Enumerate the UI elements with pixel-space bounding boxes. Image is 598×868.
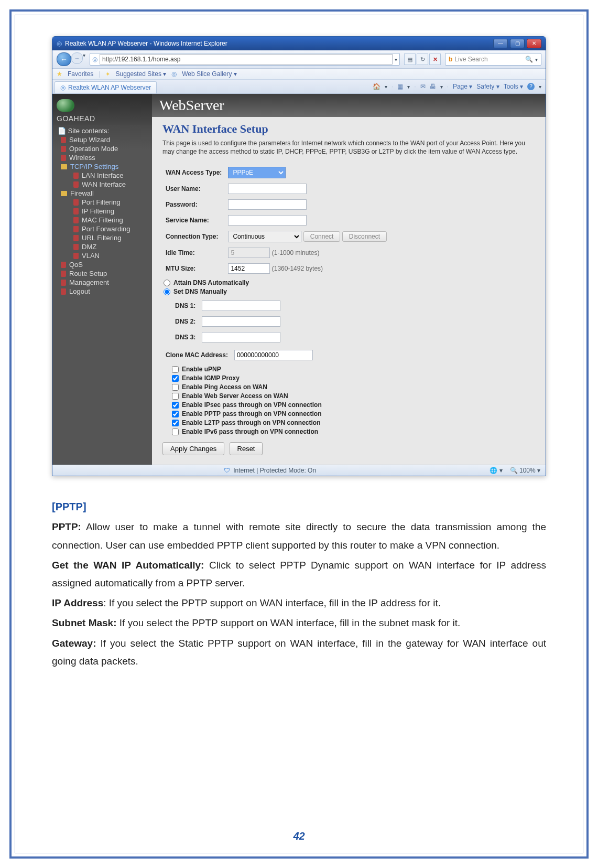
maximize-button[interactable]: ▢: [510, 39, 525, 48]
sidebar-item-logout[interactable]: Logout: [56, 287, 152, 296]
checkbox-igmp[interactable]: [172, 375, 179, 382]
stop-button[interactable]: ✕: [429, 53, 441, 65]
window-title: Realtek WLAN AP Webserver - Windows Inte…: [65, 40, 227, 47]
sidebar-item-ip-filtering[interactable]: IP Filtering: [56, 207, 152, 216]
compat-view-button[interactable]: ▤: [404, 53, 416, 65]
favorites-star-icon[interactable]: ★: [57, 70, 62, 78]
tools-menu[interactable]: Tools ▾: [504, 83, 523, 90]
connect-button[interactable]: Connect: [303, 231, 341, 242]
nav-history-drop[interactable]: ▾: [83, 52, 85, 66]
sidebar-item-wan-interface[interactable]: WAN Interface: [56, 180, 152, 189]
search-drop-icon[interactable]: ▾: [535, 57, 538, 62]
label-idle-time: Idle Time:: [162, 246, 225, 260]
page-icon: [73, 235, 79, 241]
print-icon[interactable]: 🖶: [430, 83, 436, 90]
sidebar-item-mac-filtering[interactable]: MAC Filtering: [56, 216, 152, 224]
sidebar-item-operation-mode[interactable]: Operation Mode: [56, 144, 152, 153]
sidebar-item-label: VLAN: [82, 252, 149, 260]
page-menu[interactable]: Page ▾: [453, 83, 472, 90]
search-provider-icon: b: [449, 56, 452, 63]
back-button[interactable]: ←: [57, 52, 71, 66]
checkbox-websrv[interactable]: [172, 393, 179, 400]
sidebar-item-url-filtering[interactable]: URL Filtering: [56, 233, 152, 242]
sidebar-item-vlan[interactable]: VLAN: [56, 251, 152, 260]
dns1-input[interactable]: [202, 301, 280, 311]
checkbox-l2tp[interactable]: [172, 420, 179, 426]
browser-tab[interactable]: ◎ Realtek WLAN AP Webserver: [55, 81, 157, 93]
mail-icon[interactable]: ✉: [420, 83, 426, 90]
browser-window: ◎ Realtek WLAN AP Webserver - Windows In…: [52, 36, 546, 476]
command-bar: 🏠▾ · ▦▾ · ✉ 🖶▾ · Page ▾ Safety ▾ Tools ▾…: [368, 81, 546, 92]
sidebar-item-firewall[interactable]: Firewall: [56, 189, 152, 198]
set-dns-radio[interactable]: [164, 288, 170, 295]
idle-time-input[interactable]: [228, 248, 270, 258]
password-input[interactable]: [228, 199, 307, 210]
sidebar-item-port-filtering[interactable]: Port Filtering: [56, 198, 152, 207]
check-row-upnp: Enable uPNP: [172, 366, 535, 373]
sidebar-item-route-setup[interactable]: Route Setup: [56, 269, 152, 278]
connection-type-select[interactable]: Continuous: [228, 231, 301, 242]
checkbox-label-websrv: Enable Web Server Access on WAN: [182, 392, 288, 400]
sidebar-item-lan-interface[interactable]: LAN Interface: [56, 171, 152, 180]
sidebar-item-management[interactable]: Management: [56, 278, 152, 287]
favorites-label[interactable]: Favorites: [68, 70, 93, 78]
checkbox-label-pptp: Enable PPTP pass through on VPN connecti…: [182, 410, 321, 417]
ipaddr-text: : If you select the PPTP support on WAN …: [103, 597, 441, 608]
checkbox-pptp[interactable]: [172, 411, 179, 417]
mtu-size-input[interactable]: [228, 263, 270, 274]
pptp-text: Allow user to make a tunnel with remote …: [52, 521, 546, 550]
service-name-input[interactable]: [228, 215, 307, 226]
checkbox-label-l2tp: Enable L2TP pass through on VPN connecti…: [182, 419, 320, 426]
disconnect-button[interactable]: Disconnect: [342, 231, 387, 242]
sidebar-item-setup-wizard[interactable]: Setup Wizard: [56, 135, 152, 144]
sidebar-item-qos[interactable]: QoS: [56, 260, 152, 269]
address-toolbar: ← → ▾ ◎ ▾ ▤ ↻ ✕ b Live Search 🔍 ▾: [52, 50, 546, 69]
checkbox-upnp[interactable]: [172, 366, 179, 373]
search-icon[interactable]: 🔍: [525, 56, 533, 63]
feeds-icon[interactable]: ▦: [397, 83, 403, 90]
url-input[interactable]: [100, 54, 393, 65]
forward-button[interactable]: →: [71, 52, 83, 64]
suggested-sites-link[interactable]: Suggested Sites ▾: [115, 70, 166, 78]
help-icon[interactable]: ?: [527, 83, 535, 90]
reset-button[interactable]: Reset: [230, 442, 263, 455]
subnet-label: Subnet Mask:: [52, 617, 117, 628]
zone-icon[interactable]: 🌐 ▾: [490, 467, 502, 474]
check-row-ipv6: Enable IPv6 pass through on VPN connecti…: [172, 428, 535, 435]
clone-mac-input[interactable]: [234, 350, 313, 360]
page-icon: [61, 146, 66, 152]
close-button[interactable]: ✕: [527, 39, 541, 48]
address-box[interactable]: ◎ ▾: [90, 53, 400, 66]
dns3-input[interactable]: [202, 332, 280, 342]
zoom-level[interactable]: 🔍 100% ▾: [510, 467, 540, 474]
attain-dns-radio[interactable]: [164, 280, 170, 286]
page-title: WAN Interface Setup: [162, 122, 535, 136]
url-drop-icon[interactable]: ▾: [395, 57, 397, 62]
checkbox-ipsec[interactable]: [172, 402, 179, 409]
refresh-button[interactable]: ↻: [417, 53, 428, 65]
apply-changes-button[interactable]: Apply Changes: [162, 442, 224, 455]
tab-bar: ◎ Realtek WLAN AP Webserver 🏠▾ · ▦▾ · ✉ …: [52, 80, 546, 94]
checkbox-label-upnp: Enable uPNP: [182, 366, 221, 373]
wan-access-select[interactable]: PPPoE: [228, 167, 286, 178]
checkbox-label-ipsec: Enable IPsec pass through on VPN connect…: [182, 401, 322, 409]
home-icon[interactable]: 🏠: [373, 83, 380, 90]
search-box[interactable]: b Live Search 🔍 ▾: [445, 53, 541, 66]
page-description: This page is used to configure the param…: [162, 139, 535, 156]
checkbox-ping[interactable]: [172, 384, 179, 391]
security-shield-icon: 🛡: [224, 467, 230, 474]
minimize-button[interactable]: —: [493, 39, 508, 48]
sidebar-item-port-forwarding[interactable]: Port Forwarding: [56, 224, 152, 233]
document-body: [PPTP] PPTP: Allow user to make a tunnel…: [52, 497, 546, 670]
sidebar-item-tcp-ip-settings[interactable]: TCP/IP Settings: [56, 162, 152, 171]
tab-label: Realtek WLAN AP Webserver: [68, 84, 151, 91]
web-slice-link[interactable]: Web Slice Gallery ▾: [182, 70, 237, 78]
dns2-input[interactable]: [202, 316, 280, 327]
page-icon: [61, 280, 66, 286]
safety-menu[interactable]: Safety ▾: [476, 83, 499, 90]
sidebar-item-dmz[interactable]: DMZ: [56, 242, 152, 251]
checkbox-ipv6[interactable]: [172, 428, 179, 435]
ipaddr-label: IP Address: [52, 597, 103, 608]
sidebar-item-wireless[interactable]: Wireless: [56, 153, 152, 162]
user-name-input[interactable]: [228, 184, 307, 194]
